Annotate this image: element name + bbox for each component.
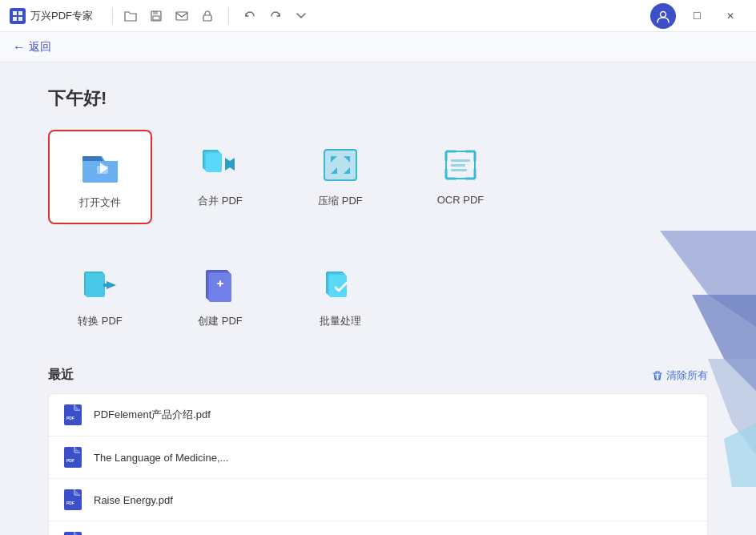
action-merge-pdf[interactable]: 合并 PDF	[168, 130, 272, 224]
create-pdf-label: 创建 PDF	[198, 314, 243, 328]
svg-rect-42	[86, 273, 105, 297]
svg-point-9	[661, 12, 666, 18]
pdf-file-icon: PDF	[62, 489, 84, 511]
action-create-pdf[interactable]: 创建 PDF	[168, 250, 272, 341]
convert-pdf-label: 转换 PDF	[78, 314, 123, 328]
clear-all-button[interactable]: 清除所有	[652, 368, 708, 383]
open-file-icon	[78, 144, 123, 189]
recent-file-item[interactable]: PDF The Language of Medicine,...	[49, 436, 707, 479]
recent-file-item[interactable]: PDF Raise Energy.pdf	[49, 479, 707, 521]
recent-file-item[interactable]: PDF PDFelement产品介绍.pdf	[49, 394, 707, 436]
action-grid-row2: 转换 PDF 创建 PDF	[48, 250, 708, 341]
svg-rect-8	[203, 15, 211, 21]
svg-rect-20	[206, 153, 222, 172]
create-pdf-icon	[198, 263, 243, 308]
svg-text:PDF: PDF	[66, 416, 74, 420]
svg-rect-62	[64, 532, 82, 535]
batch-process-icon	[318, 263, 363, 308]
back-button[interactable]: ← 返回	[13, 40, 51, 54]
divider-1	[112, 8, 113, 24]
svg-rect-3	[18, 17, 22, 21]
maximize-button[interactable]: ☐	[681, 5, 713, 27]
svg-rect-7	[176, 12, 187, 20]
svg-marker-43	[107, 281, 116, 289]
svg-rect-0	[13, 11, 17, 15]
pdf-file-icon: PDF	[62, 404, 84, 426]
toolbar: ← 返回	[0, 32, 756, 62]
svg-rect-38	[451, 159, 470, 162]
svg-rect-47	[209, 273, 231, 302]
mail-icon[interactable]	[171, 5, 193, 27]
main-area: 下午好! 打开文件	[0, 62, 756, 535]
svg-rect-56	[64, 447, 82, 468]
svg-text:PDF: PDF	[66, 501, 74, 505]
svg-rect-5	[153, 11, 158, 14]
action-convert-pdf[interactable]: 转换 PDF	[48, 250, 152, 341]
convert-pdf-icon	[78, 263, 123, 308]
logo-icon	[10, 8, 26, 24]
app-logo: 万兴PDF专家	[10, 8, 93, 24]
open-icon[interactable]	[119, 5, 142, 27]
merge-pdf-icon	[198, 143, 243, 187]
recent-title: 最近	[48, 367, 74, 384]
back-label: 返回	[29, 40, 51, 54]
svg-rect-53	[64, 404, 82, 425]
compress-pdf-label: 压缩 PDF	[318, 194, 363, 208]
greeting-text: 下午好!	[48, 86, 708, 111]
open-file-label: 打开文件	[79, 195, 121, 210]
svg-rect-39	[451, 164, 465, 167]
more-icon[interactable]	[290, 5, 312, 27]
recent-header: 最近 清除所有	[48, 367, 708, 384]
recent-filename: PDFelement产品介绍.pdf	[94, 408, 211, 422]
svg-rect-1	[18, 11, 22, 15]
back-arrow-icon: ←	[13, 40, 26, 54]
recent-filename: The Language of Medicine,...	[94, 452, 228, 464]
recent-file-item[interactable]: PDF 示例文件.pdf	[49, 521, 707, 535]
batch-process-label: 批量处理	[320, 314, 361, 328]
redo-icon[interactable]	[264, 5, 287, 27]
svg-rect-59	[64, 489, 82, 510]
undo-icon[interactable]	[239, 5, 261, 27]
ocr-pdf-label: OCR PDF	[437, 194, 485, 206]
svg-rect-49	[219, 280, 221, 287]
lock-icon[interactable]	[196, 5, 219, 27]
clear-icon	[652, 370, 663, 381]
toolbar-icons	[119, 5, 312, 27]
action-compress-pdf[interactable]: 压缩 PDF	[288, 130, 392, 224]
pdf-file-icon: PDF	[62, 531, 84, 535]
pdf-file-icon: PDF	[62, 446, 84, 469]
svg-rect-2	[13, 17, 17, 21]
clear-all-label: 清除所有	[666, 368, 708, 383]
titlebar: 万兴PDF专家	[0, 0, 756, 32]
action-batch-process[interactable]: 批量处理	[288, 250, 392, 341]
compress-pdf-icon	[318, 143, 363, 187]
svg-rect-40	[451, 169, 467, 171]
content-area: 下午好! 打开文件	[0, 62, 756, 535]
merge-pdf-label: 合并 PDF	[198, 194, 243, 208]
svg-text:PDF: PDF	[66, 458, 74, 463]
svg-rect-6	[153, 16, 159, 20]
save-icon[interactable]	[145, 5, 167, 27]
user-avatar[interactable]	[650, 3, 676, 29]
app-name: 万兴PDF专家	[30, 9, 93, 23]
recent-file-list: PDF PDFelement产品介绍.pdf PDF The Language …	[48, 393, 708, 535]
close-button[interactable]: ✕	[714, 5, 746, 27]
action-ocr-pdf[interactable]: OCR PDF	[408, 130, 513, 224]
action-grid-row1: 打开文件 合并 PDF	[48, 130, 708, 224]
ocr-pdf-icon	[438, 143, 483, 187]
divider-2	[228, 8, 229, 24]
svg-rect-44	[103, 284, 107, 287]
action-open-file[interactable]: 打开文件	[48, 130, 152, 224]
svg-rect-23	[324, 150, 356, 180]
recent-filename: Raise Energy.pdf	[94, 494, 173, 506]
